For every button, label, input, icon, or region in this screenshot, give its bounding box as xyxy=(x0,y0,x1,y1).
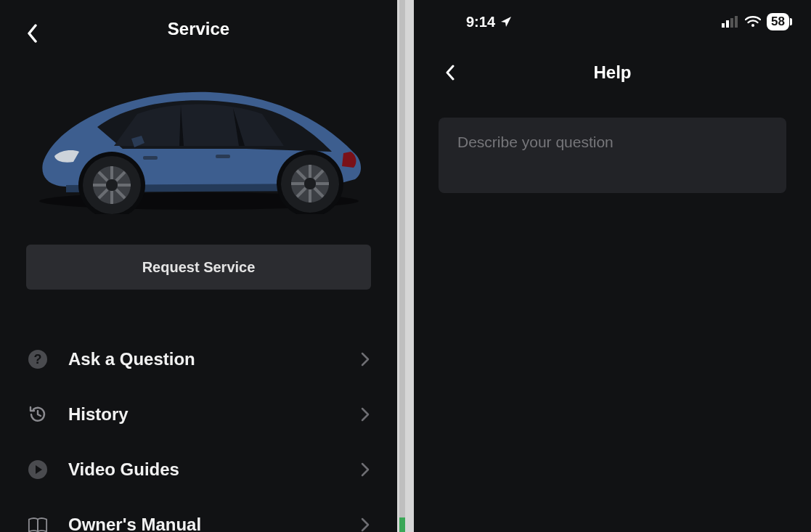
question-input[interactable]: Describe your question xyxy=(439,118,786,193)
chevron-right-icon xyxy=(361,407,370,422)
svg-rect-33 xyxy=(735,16,738,28)
menu-item-label: Video Guides xyxy=(68,459,361,480)
history-icon xyxy=(28,404,48,425)
svg-text:?: ? xyxy=(34,352,42,367)
chevron-right-icon xyxy=(361,352,370,367)
svg-rect-31 xyxy=(726,20,729,28)
button-label: Request Service xyxy=(142,259,256,276)
menu-item-label: History xyxy=(68,404,361,425)
svg-rect-1 xyxy=(143,156,158,160)
play-circle-icon xyxy=(28,459,48,480)
menu-item-owners-manual[interactable]: Owner's Manual xyxy=(0,497,397,532)
menu-item-video-guides[interactable]: Video Guides xyxy=(0,442,397,497)
help-header: Help xyxy=(414,44,811,100)
svg-rect-32 xyxy=(730,18,733,28)
status-bar: 9:14 58 xyxy=(414,0,811,44)
menu-item-ask-question[interactable]: ? Ask a Question xyxy=(0,332,397,387)
service-header: Service xyxy=(0,0,397,54)
menu-item-label: Ask a Question xyxy=(68,349,361,369)
page-title: Help xyxy=(414,62,811,83)
book-open-icon xyxy=(28,515,48,532)
battery-indicator: 58 xyxy=(767,13,789,30)
status-time-group: 9:14 xyxy=(466,14,513,30)
status-time: 9:14 xyxy=(466,14,495,30)
scrollbar-track[interactable] xyxy=(399,0,405,532)
status-icons: 58 xyxy=(722,13,789,30)
service-screen: Service xyxy=(0,0,397,532)
svg-point-18 xyxy=(304,178,316,189)
request-service-button[interactable]: Request Service xyxy=(26,245,371,290)
screens-divider xyxy=(397,0,414,532)
wifi-icon xyxy=(745,16,761,28)
menu-item-label: Owner's Manual xyxy=(68,515,361,532)
vehicle-image xyxy=(0,54,397,236)
svg-point-6 xyxy=(106,179,118,191)
battery-level: 58 xyxy=(771,15,785,29)
svg-rect-2 xyxy=(216,155,230,158)
svg-point-34 xyxy=(751,24,754,27)
page-title: Service xyxy=(0,19,397,39)
service-menu: ? Ask a Question History Video Guides Ow… xyxy=(0,332,397,532)
chevron-right-icon xyxy=(361,517,370,532)
help-screen: 9:14 58 Help Describe your question xyxy=(414,0,811,532)
car-illustration xyxy=(28,76,370,214)
location-arrow-icon xyxy=(500,15,513,28)
svg-rect-30 xyxy=(722,23,725,28)
cellular-signal-icon xyxy=(722,16,739,28)
chevron-right-icon xyxy=(361,462,370,477)
menu-item-history[interactable]: History xyxy=(0,387,397,442)
question-circle-icon: ? xyxy=(28,349,48,369)
scrollbar-thumb[interactable] xyxy=(399,517,405,532)
input-placeholder: Describe your question xyxy=(457,134,767,151)
